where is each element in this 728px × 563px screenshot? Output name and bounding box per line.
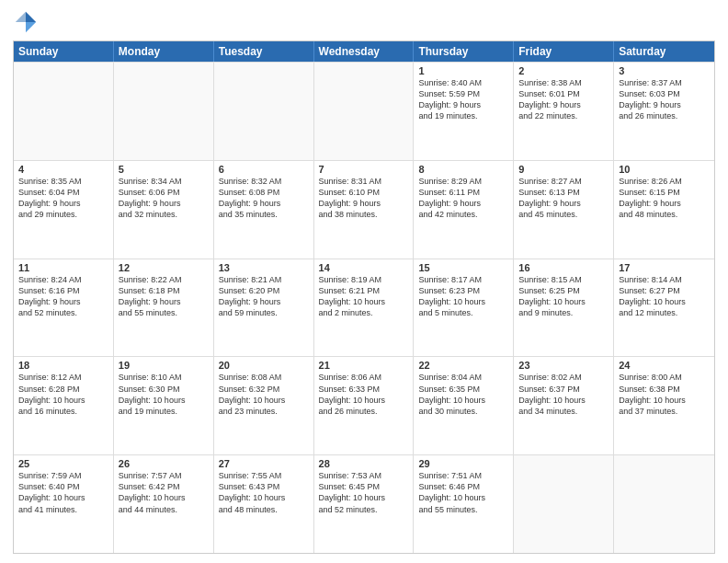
day-number: 9 (518, 164, 609, 175)
calendar-cell-24: 24Sunrise: 8:00 AM Sunset: 6:38 PM Dayli… (614, 357, 714, 454)
day-number: 21 (319, 360, 409, 371)
calendar-cell-2: 2Sunrise: 8:38 AM Sunset: 6:01 PM Daylig… (514, 63, 614, 160)
day-info: Sunrise: 7:59 AM Sunset: 6:40 PM Dayligh… (18, 470, 108, 515)
header-day-friday: Friday (514, 41, 614, 62)
day-number: 3 (619, 65, 710, 76)
day-info: Sunrise: 7:55 AM Sunset: 6:43 PM Dayligh… (219, 470, 309, 515)
day-number: 27 (219, 458, 309, 469)
day-number: 8 (418, 164, 508, 175)
calendar-cell-empty-4-5 (514, 455, 614, 553)
header-day-monday: Monday (114, 41, 214, 62)
calendar: SundayMondayTuesdayWednesdayThursdayFrid… (13, 40, 715, 554)
day-number: 11 (18, 262, 108, 273)
calendar-cell-27: 27Sunrise: 7:55 AM Sunset: 6:43 PM Dayli… (214, 455, 314, 553)
svg-marker-1 (26, 22, 36, 32)
calendar-cell-empty-0-2 (214, 63, 314, 160)
day-info: Sunrise: 8:00 AM Sunset: 6:38 PM Dayligh… (619, 372, 710, 417)
day-number: 5 (119, 164, 209, 175)
day-number: 4 (18, 164, 108, 175)
header-day-sunday: Sunday (14, 41, 114, 62)
calendar-body: 1Sunrise: 8:40 AM Sunset: 5:59 PM Daylig… (14, 62, 714, 553)
day-info: Sunrise: 8:04 AM Sunset: 6:35 PM Dayligh… (418, 372, 508, 417)
calendar-cell-empty-0-1 (114, 63, 214, 160)
header-day-tuesday: Tuesday (214, 41, 314, 62)
calendar-cell-1: 1Sunrise: 8:40 AM Sunset: 5:59 PM Daylig… (414, 63, 514, 160)
day-number: 19 (119, 360, 209, 371)
calendar-row-3: 11Sunrise: 8:24 AM Sunset: 6:16 PM Dayli… (14, 259, 714, 357)
calendar-cell-19: 19Sunrise: 8:10 AM Sunset: 6:30 PM Dayli… (114, 357, 214, 454)
calendar-cell-11: 11Sunrise: 8:24 AM Sunset: 6:16 PM Dayli… (14, 259, 114, 357)
day-number: 2 (518, 65, 609, 76)
day-number: 16 (518, 262, 609, 273)
calendar-cell-21: 21Sunrise: 8:06 AM Sunset: 6:33 PM Dayli… (314, 357, 415, 454)
calendar-row-4: 18Sunrise: 8:12 AM Sunset: 6:28 PM Dayli… (14, 356, 714, 454)
calendar-cell-25: 25Sunrise: 7:59 AM Sunset: 6:40 PM Dayli… (14, 455, 114, 553)
day-info: Sunrise: 7:57 AM Sunset: 6:42 PM Dayligh… (119, 470, 209, 515)
day-number: 26 (119, 458, 209, 469)
day-number: 17 (619, 262, 710, 273)
day-info: Sunrise: 8:19 AM Sunset: 6:21 PM Dayligh… (319, 274, 409, 319)
calendar-cell-6: 6Sunrise: 8:32 AM Sunset: 6:08 PM Daylig… (214, 161, 314, 259)
day-info: Sunrise: 8:06 AM Sunset: 6:33 PM Dayligh… (319, 372, 409, 417)
day-number: 13 (219, 262, 309, 273)
day-number: 12 (119, 262, 209, 273)
calendar-cell-empty-0-3 (314, 63, 415, 160)
page: SundayMondayTuesdayWednesdayThursdayFrid… (0, 0, 728, 563)
calendar-cell-8: 8Sunrise: 8:29 AM Sunset: 6:11 PM Daylig… (414, 161, 514, 259)
day-info: Sunrise: 8:26 AM Sunset: 6:15 PM Dayligh… (619, 176, 710, 221)
day-info: Sunrise: 8:35 AM Sunset: 6:04 PM Dayligh… (18, 176, 108, 221)
calendar-cell-14: 14Sunrise: 8:19 AM Sunset: 6:21 PM Dayli… (314, 259, 415, 357)
day-number: 29 (418, 458, 508, 469)
day-info: Sunrise: 7:53 AM Sunset: 6:45 PM Dayligh… (319, 470, 409, 515)
logo-icon (13, 9, 39, 35)
header-day-thursday: Thursday (414, 41, 514, 62)
calendar-cell-4: 4Sunrise: 8:35 AM Sunset: 6:04 PM Daylig… (14, 161, 114, 259)
day-number: 20 (219, 360, 309, 371)
calendar-cell-29: 29Sunrise: 7:51 AM Sunset: 6:46 PM Dayli… (414, 455, 514, 553)
calendar-cell-13: 13Sunrise: 8:21 AM Sunset: 6:20 PM Dayli… (214, 259, 314, 357)
day-number: 24 (619, 360, 710, 371)
calendar-cell-7: 7Sunrise: 8:31 AM Sunset: 6:10 PM Daylig… (314, 161, 415, 259)
day-info: Sunrise: 8:08 AM Sunset: 6:32 PM Dayligh… (219, 372, 309, 417)
day-number: 1 (418, 65, 508, 76)
calendar-row-1: 1Sunrise: 8:40 AM Sunset: 5:59 PM Daylig… (14, 62, 714, 160)
calendar-cell-23: 23Sunrise: 8:02 AM Sunset: 6:37 PM Dayli… (514, 357, 614, 454)
calendar-cell-22: 22Sunrise: 8:04 AM Sunset: 6:35 PM Dayli… (414, 357, 514, 454)
day-info: Sunrise: 8:32 AM Sunset: 6:08 PM Dayligh… (219, 176, 309, 221)
calendar-cell-empty-0-0 (14, 63, 114, 160)
day-info: Sunrise: 8:40 AM Sunset: 5:59 PM Dayligh… (418, 77, 508, 122)
header (13, 9, 715, 35)
header-day-wednesday: Wednesday (314, 41, 415, 62)
day-info: Sunrise: 8:37 AM Sunset: 6:03 PM Dayligh… (619, 77, 710, 122)
calendar-row-5: 25Sunrise: 7:59 AM Sunset: 6:40 PM Dayli… (14, 454, 714, 553)
calendar-cell-9: 9Sunrise: 8:27 AM Sunset: 6:13 PM Daylig… (514, 161, 614, 259)
day-number: 28 (319, 458, 409, 469)
day-number: 25 (18, 458, 108, 469)
day-info: Sunrise: 8:38 AM Sunset: 6:01 PM Dayligh… (518, 77, 609, 122)
calendar-header: SundayMondayTuesdayWednesdayThursdayFrid… (14, 41, 714, 62)
day-number: 6 (219, 164, 309, 175)
day-info: Sunrise: 8:10 AM Sunset: 6:30 PM Dayligh… (119, 372, 209, 417)
calendar-cell-28: 28Sunrise: 7:53 AM Sunset: 6:45 PM Dayli… (314, 455, 415, 553)
day-info: Sunrise: 8:31 AM Sunset: 6:10 PM Dayligh… (319, 176, 409, 221)
day-number: 18 (18, 360, 108, 371)
calendar-cell-16: 16Sunrise: 8:15 AM Sunset: 6:25 PM Dayli… (514, 259, 614, 357)
calendar-cell-12: 12Sunrise: 8:22 AM Sunset: 6:18 PM Dayli… (114, 259, 214, 357)
day-info: Sunrise: 8:24 AM Sunset: 6:16 PM Dayligh… (18, 274, 108, 319)
calendar-row-2: 4Sunrise: 8:35 AM Sunset: 6:04 PM Daylig… (14, 160, 714, 259)
day-info: Sunrise: 8:21 AM Sunset: 6:20 PM Dayligh… (219, 274, 309, 319)
day-info: Sunrise: 8:12 AM Sunset: 6:28 PM Dayligh… (18, 372, 108, 417)
day-info: Sunrise: 8:34 AM Sunset: 6:06 PM Dayligh… (119, 176, 209, 221)
day-info: Sunrise: 8:15 AM Sunset: 6:25 PM Dayligh… (518, 274, 609, 319)
calendar-cell-15: 15Sunrise: 8:17 AM Sunset: 6:23 PM Dayli… (414, 259, 514, 357)
day-info: Sunrise: 8:27 AM Sunset: 6:13 PM Dayligh… (518, 176, 609, 221)
svg-marker-2 (16, 12, 26, 22)
day-info: Sunrise: 8:29 AM Sunset: 6:11 PM Dayligh… (418, 176, 508, 221)
calendar-cell-3: 3Sunrise: 8:37 AM Sunset: 6:03 PM Daylig… (614, 63, 714, 160)
logo (13, 9, 42, 35)
day-number: 14 (319, 262, 409, 273)
day-info: Sunrise: 8:02 AM Sunset: 6:37 PM Dayligh… (518, 372, 609, 417)
day-info: Sunrise: 8:14 AM Sunset: 6:27 PM Dayligh… (619, 274, 710, 319)
day-info: Sunrise: 8:22 AM Sunset: 6:18 PM Dayligh… (119, 274, 209, 319)
calendar-cell-20: 20Sunrise: 8:08 AM Sunset: 6:32 PM Dayli… (214, 357, 314, 454)
